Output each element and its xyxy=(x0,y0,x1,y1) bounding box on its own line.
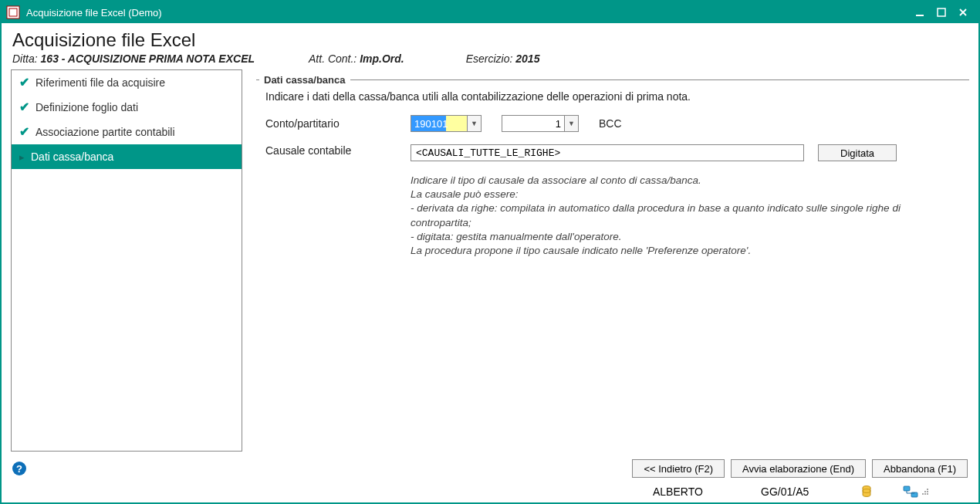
partitario-combo[interactable]: ▼ xyxy=(502,115,579,132)
svg-rect-8 xyxy=(904,486,910,491)
intro-text: Indicare i dati della cassa/banca utili … xyxy=(265,90,966,103)
close-button[interactable] xyxy=(952,3,974,22)
resize-grip-icon[interactable] xyxy=(921,485,929,498)
abandon-button[interactable]: Abbandona (F1) xyxy=(872,459,968,478)
fieldset-legend: Dati cassa/banca xyxy=(264,74,346,86)
maximize-button[interactable] xyxy=(931,3,952,22)
main-panel: Dati cassa/banca Indicare i dati della c… xyxy=(252,69,969,452)
status-user: ALBERTO xyxy=(653,485,761,498)
network-icon[interactable] xyxy=(903,485,918,498)
att-cont-value: Imp.Ord. xyxy=(360,52,404,65)
esercizio-value: 2015 xyxy=(515,52,539,65)
causale-input[interactable] xyxy=(411,144,804,161)
status-code: GG/01/A5 xyxy=(761,485,861,498)
svg-rect-2 xyxy=(916,15,924,16)
ditta-label: Ditta: xyxy=(12,52,38,65)
sidebar-item-associazione[interactable]: ✔ Associazione partite contabili xyxy=(12,120,242,144)
svg-rect-0 xyxy=(7,6,19,19)
body: ✔ Riferimenti file da acquisire ✔ Defini… xyxy=(2,69,978,455)
page-header: Acquisizione file Excel Ditta: 163 - ACQ… xyxy=(2,23,978,69)
conto-input[interactable] xyxy=(411,116,467,131)
svg-point-10 xyxy=(927,489,928,490)
wizard-steps: ✔ Riferimenti file da acquisire ✔ Defini… xyxy=(11,69,242,452)
chevron-down-icon[interactable]: ▼ xyxy=(467,116,481,131)
att-cont-label: Att. Cont.: xyxy=(309,52,357,65)
status-bar: ALBERTO GG/01/A5 xyxy=(12,482,968,502)
causale-label: Causale contabile xyxy=(265,144,404,157)
sidebar-item-label: Associazione partite contabili xyxy=(35,126,175,138)
check-icon: ✔ xyxy=(19,101,29,113)
sidebar-item-label: Dati cassa/banca xyxy=(31,151,113,163)
svg-point-13 xyxy=(922,493,924,495)
ditta-value: 163 - ACQUISIZIONE PRIMA NOTA EXCEL xyxy=(41,52,255,65)
partitario-input[interactable] xyxy=(502,116,564,131)
svg-point-11 xyxy=(924,491,926,492)
chevron-down-icon[interactable]: ▼ xyxy=(564,116,578,131)
bank-name: BCC xyxy=(599,117,622,130)
digitata-button[interactable]: Digitata xyxy=(818,144,897,161)
window-title: Acquisizione file Excel (Demo) xyxy=(26,7,909,19)
sidebar-item-label: Definizione foglio dati xyxy=(35,101,138,113)
minimize-button[interactable] xyxy=(909,3,931,22)
back-button[interactable]: << Indietro (F2) xyxy=(632,459,725,478)
database-icon[interactable] xyxy=(861,485,872,498)
app-icon xyxy=(6,5,20,19)
arrow-right-icon: ▸ xyxy=(19,151,25,163)
svg-point-15 xyxy=(927,493,928,495)
sidebar-item-riferimenti[interactable]: ✔ Riferimenti file da acquisire xyxy=(12,70,242,95)
sidebar-item-definizione[interactable]: ✔ Definizione foglio dati xyxy=(12,95,242,120)
causale-help-text: Indicare il tipo di causale da associare… xyxy=(411,174,904,258)
sidebar-item-label: Riferimenti file da acquisire xyxy=(35,76,165,89)
svg-point-12 xyxy=(927,491,928,492)
check-icon: ✔ xyxy=(19,126,29,138)
dati-cassa-fieldset: Dati cassa/banca Indicare i dati della c… xyxy=(256,74,969,261)
sidebar-item-dati-cassa[interactable]: ▸ Dati cassa/banca xyxy=(12,144,242,169)
footer: ? << Indietro (F2) Avvia elaborazione (E… xyxy=(2,455,978,502)
titlebar: Acquisizione file Excel (Demo) xyxy=(2,2,978,23)
svg-point-14 xyxy=(924,493,926,495)
app-window: Acquisizione file Excel (Demo) Acquisizi… xyxy=(0,0,980,504)
esercizio-label: Esercizio: xyxy=(466,52,513,65)
conto-combo[interactable]: ▼ xyxy=(411,115,482,132)
conto-partitario-label: Conto/partitario xyxy=(265,117,404,130)
start-button[interactable]: Avvia elaborazione (End) xyxy=(731,459,866,478)
info-line: Ditta: 163 - ACQUISIZIONE PRIMA NOTA EXC… xyxy=(12,52,968,65)
help-icon[interactable]: ? xyxy=(12,462,26,475)
svg-rect-3 xyxy=(938,8,945,16)
check-icon: ✔ xyxy=(19,76,29,89)
page-title: Acquisizione file Excel xyxy=(12,29,968,51)
